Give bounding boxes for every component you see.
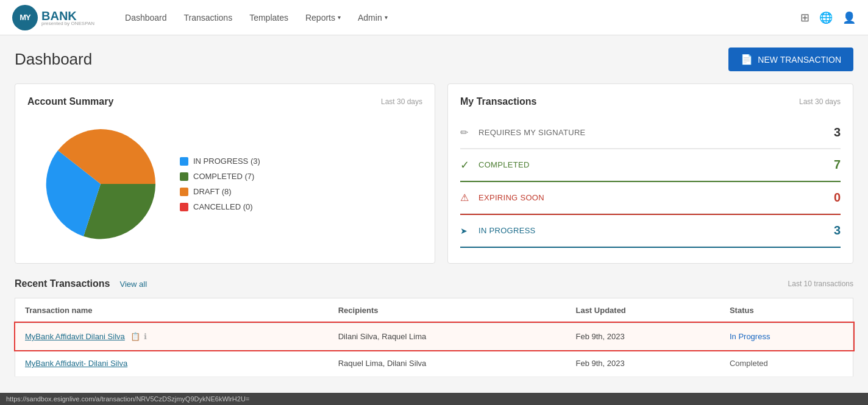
row1-name-cell: MyBank Affidavit Dilani Silva 📋 ℹ [15, 323, 329, 350]
tx-count-expiring: 0 [822, 191, 841, 205]
row2-status-badge: Completed [730, 359, 768, 368]
hierarchy-icon[interactable]: ⊞ [800, 11, 809, 24]
legend-draft: DRAFT (8) [180, 187, 260, 196]
legend-dot-inprogress [180, 157, 188, 166]
page-title: Dashboard [15, 50, 92, 69]
nav-admin[interactable]: Admin ▾ [352, 9, 394, 26]
col-status: Status [720, 298, 853, 323]
dashboard-grid: Account Summary Last 30 days [15, 83, 853, 264]
chart-area: IN PROGRESS (3) COMPLETED (7) DRAFT (8) … [27, 117, 422, 251]
page-header: Dashboard 📄 NEW TRANSACTION [15, 48, 853, 71]
legend-label-completed: COMPLETED (7) [193, 172, 254, 181]
row1-icons: 📋 ℹ [130, 332, 147, 341]
my-transactions-header: My Transactions Last 30 days [460, 96, 841, 107]
row2-name-cell: MyBank Affidavit- Dilani Silva [15, 350, 329, 377]
col-transaction-name: Transaction name [15, 298, 329, 323]
account-summary-card: Account Summary Last 30 days [15, 83, 435, 264]
tx-label-inprogress: IN PROGRESS [478, 226, 822, 235]
row2-recipients: Raquel Lima, Dilani Silva [329, 350, 566, 377]
view-all-link[interactable]: View all [120, 280, 148, 289]
row1-recipients: Dilani Silva, Raquel Lima [329, 323, 566, 350]
tx-count-completed: 7 [822, 158, 841, 172]
tx-count-inprogress: 3 [822, 224, 841, 238]
tx-label-expiring: EXPIRING SOON [478, 193, 822, 202]
row1-last-updated: Feb 9th, 2023 [566, 323, 719, 350]
logo-icon: MY [12, 5, 38, 30]
tx-count-signature: 3 [822, 125, 841, 139]
user-icon[interactable]: 👤 [842, 11, 856, 24]
tx-label-signature: REQUIRES MY SIGNATURE [478, 128, 822, 137]
nav-links: Dashboard Transactions Templates Reports… [119, 9, 782, 26]
navbar: MY BANK presented by ONESPAN Dashboard T… [0, 0, 868, 35]
nav-right: ⊞ 🌐 👤 [800, 11, 856, 24]
legend-label-inprogress: IN PROGRESS (3) [193, 157, 260, 166]
row2-last-updated: Feb 9th, 2023 [566, 350, 719, 377]
info-icon[interactable]: ℹ [144, 332, 147, 341]
row1-status-badge: In Progress [730, 332, 770, 341]
my-transactions-subtitle: Last 30 days [799, 97, 841, 106]
globe-icon[interactable]: 🌐 [819, 11, 833, 24]
recent-header: Recent Transactions View all Last 10 tra… [15, 278, 853, 289]
col-last-updated: Last Updated [566, 298, 719, 323]
copy-icon[interactable]: 📋 [130, 332, 140, 341]
expiring-icon: ⚠ [460, 192, 478, 203]
reports-chevron-icon: ▾ [338, 14, 341, 21]
recent-title: Recent Transactions [15, 278, 110, 289]
table-row: MyBank Affidavit- Dilani Silva Raquel Li… [15, 350, 853, 377]
account-summary-header: Account Summary Last 30 days [27, 96, 422, 107]
main-content: Dashboard 📄 NEW TRANSACTION Account Summ… [0, 35, 868, 389]
recent-transactions-section: Recent Transactions View all Last 10 tra… [15, 278, 853, 377]
inprogress-icon: ➤ [460, 226, 478, 236]
tx-row-completed[interactable]: ✓ COMPLETED 7 [460, 149, 841, 181]
signature-icon: ✏ [460, 127, 478, 138]
tx-row-inprogress[interactable]: ➤ IN PROGRESS 3 [460, 215, 841, 247]
table-header: Transaction name Recipients Last Updated… [15, 298, 853, 323]
logo-sub: presented by ONESPAN [41, 21, 94, 26]
table-row: MyBank Affidavit Dilani Silva 📋 ℹ Dilani… [15, 323, 853, 350]
nav-templates[interactable]: Templates [243, 9, 294, 26]
nav-dashboard[interactable]: Dashboard [119, 9, 173, 26]
legend-completed: COMPLETED (7) [180, 172, 260, 181]
tx-row-expiring[interactable]: ⚠ EXPIRING SOON 0 [460, 182, 841, 214]
pie-chart [40, 123, 162, 245]
my-transactions-title: My Transactions [460, 96, 536, 107]
legend-label-draft: DRAFT (8) [193, 187, 232, 196]
legend-dot-cancelled [180, 203, 188, 211]
my-transactions-card: My Transactions Last 30 days ✏ REQUIRES … [447, 83, 853, 264]
tx-row-signature[interactable]: ✏ REQUIRES MY SIGNATURE 3 [460, 117, 841, 149]
tx-label-completed: COMPLETED [478, 160, 822, 169]
legend-inprogress: IN PROGRESS (3) [180, 157, 260, 166]
legend-dot-draft [180, 188, 188, 196]
row2-status: Completed [720, 350, 853, 377]
transactions-table: Transaction name Recipients Last Updated… [15, 298, 853, 377]
logo[interactable]: MY BANK presented by ONESPAN [12, 5, 94, 30]
row1-name-link[interactable]: MyBank Affidavit Dilani Silva [25, 332, 125, 341]
new-transaction-label: NEW TRANSACTION [758, 55, 841, 65]
col-recipients: Recipients [329, 298, 566, 323]
legend-cancelled: CANCELLED (0) [180, 202, 260, 211]
row2-name-link[interactable]: MyBank Affidavit- Dilani Silva [25, 359, 127, 368]
nav-transactions[interactable]: Transactions [178, 9, 239, 26]
chart-legend: IN PROGRESS (3) COMPLETED (7) DRAFT (8) … [180, 157, 260, 211]
legend-label-cancelled: CANCELLED (0) [193, 202, 253, 211]
legend-dot-completed [180, 172, 188, 181]
table-body: MyBank Affidavit Dilani Silva 📋 ℹ Dilani… [15, 323, 853, 377]
row1-status: In Progress [720, 323, 853, 350]
account-summary-subtitle: Last 30 days [381, 97, 422, 106]
recent-title-row: Recent Transactions View all [15, 278, 147, 289]
completed-icon: ✓ [460, 158, 478, 172]
recent-subtitle: Last 10 transactions [788, 280, 853, 288]
nav-reports[interactable]: Reports ▾ [299, 9, 347, 26]
account-summary-title: Account Summary [27, 96, 113, 107]
admin-chevron-icon: ▾ [385, 14, 388, 21]
new-transaction-button[interactable]: 📄 NEW TRANSACTION [728, 48, 853, 71]
new-transaction-icon: 📄 [741, 54, 753, 65]
